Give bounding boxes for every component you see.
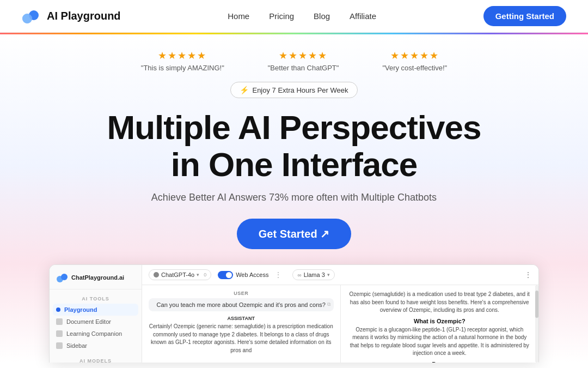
badge-lightning-icon: ⚡: [240, 86, 249, 94]
getting-started-button[interactable]: Getting Started: [483, 6, 566, 26]
chatgpt-model-label: ChatGPT-4o: [161, 272, 194, 278]
app-main: ChatGPT-4o ▾ 0 Web Access ⋮ ∞ Llama 3 ▾ …: [142, 265, 538, 363]
topbar-separator-dots: ⋮: [275, 271, 281, 279]
model-chip-chatgpt[interactable]: ChatGPT-4o ▾ 0: [149, 269, 211, 280]
sidebar-item-document-editor[interactable]: Document Editor: [50, 316, 142, 328]
chatgpt-dropdown-icon: ▾: [197, 272, 199, 277]
web-access-label: Web Access: [236, 272, 268, 278]
assistant-label: ASSISTANT: [149, 316, 334, 321]
user-label: USER: [149, 291, 334, 296]
document-editor-icon: [56, 318, 63, 325]
hero-headline-line2: in One Interface: [22, 146, 566, 183]
copy-icon[interactable]: ⧉: [327, 301, 330, 307]
toggle-switch[interactable]: [218, 271, 233, 279]
svg-point-4: [61, 274, 68, 280]
nav-links: Home Pricing Blog Affiliate: [228, 11, 376, 21]
llama-icon: ∞: [297, 272, 301, 278]
chat-left-panel: USER Can you teach me more about Ozempic…: [142, 285, 341, 363]
sidebar-item-playground-label: Playground: [64, 306, 97, 313]
assistant-message-text: Certainly! Ozempic (generic name: semagl…: [149, 323, 334, 354]
review-2-text: "Better than ChatGPT": [268, 64, 339, 72]
hero-subtext: Achieve Better AI Answers 73% more often…: [22, 192, 566, 203]
logo: AI Playground: [22, 7, 121, 26]
sidebar-logo: ChatPlayground.ai: [50, 272, 142, 289]
hero-headline: Multiple AI Perspectives in One Interfac…: [22, 109, 566, 183]
user-message-bubble: Can you teach me more about Ozempic and …: [149, 298, 334, 311]
review-2-stars: ★★★★★: [279, 50, 328, 62]
review-1: ★★★★★ "This is simply AMAZING!": [141, 50, 224, 72]
review-2: ★★★★★ "Better than ChatGPT": [268, 50, 339, 72]
llama-model-label: Llama 3: [304, 272, 325, 278]
sidebar-item-learning-companion[interactable]: Learning Companion: [50, 328, 142, 340]
sidebar-item-learning-companion-label: Learning Companion: [66, 330, 122, 337]
navbar: AI Playground Home Pricing Blog Affiliat…: [0, 0, 588, 33]
sidebar-models-label: AI MODELS: [50, 356, 142, 363]
scrollbar-track[interactable]: [535, 285, 538, 363]
extra-hours-badge[interactable]: ⚡ Enjoy 7 Extra Hours Per Week: [230, 82, 357, 98]
sidebar-tools-label: AI TOOLS: [50, 294, 142, 304]
nav-blog[interactable]: Blog: [314, 11, 330, 21]
sidebar-logo-text: ChatPlayground.ai: [71, 274, 124, 281]
chat-right-intro: Ozempic (semaglutide) is a medication us…: [347, 291, 532, 315]
nav-affiliate[interactable]: Affiliate: [350, 11, 376, 21]
sidebar-item-sidebar[interactable]: Sidebar: [50, 340, 142, 352]
logo-text: AI Playground: [47, 10, 121, 22]
hero-headline-line1: Multiple AI Perspectives: [22, 109, 566, 146]
chatgpt-model-icon: [154, 272, 159, 277]
user-message-text: Can you teach me more about Ozempic and …: [157, 301, 326, 308]
app-sidebar: ChatPlayground.ai AI TOOLS Playground Do…: [50, 265, 142, 363]
learning-companion-icon: [56, 330, 63, 337]
reviews-row: ★★★★★ "This is simply AMAZING!" ★★★★★ "B…: [22, 50, 566, 72]
chat-right-body1: Ozempic is a glucagon-like peptide-1 (GL…: [347, 326, 532, 358]
chatgpt-count: 0: [204, 272, 206, 277]
web-access-toggle[interactable]: Web Access: [218, 271, 268, 279]
app-chat: USER Can you teach me more about Ozempic…: [142, 285, 538, 363]
review-3: ★★★★★ "Very cost-effective!": [382, 50, 447, 72]
chat-right-panel: Ozempic (semaglutide) is a medication us…: [341, 285, 539, 363]
badge-text: Enjoy 7 Extra Hours Per Week: [252, 86, 348, 94]
app-preview: ChatPlayground.ai AI TOOLS Playground Do…: [49, 264, 539, 363]
review-3-text: "Very cost-effective!": [382, 64, 447, 72]
playground-active-dot: [56, 307, 60, 312]
nav-pricing[interactable]: Pricing: [269, 11, 294, 21]
model-chip-llama[interactable]: ∞ Llama 3 ▾: [292, 269, 334, 280]
nav-home[interactable]: Home: [228, 11, 249, 21]
app-topbar: ChatGPT-4o ▾ 0 Web Access ⋮ ∞ Llama 3 ▾ …: [142, 265, 538, 285]
chat-right-subhead2: Pros:: [347, 361, 532, 363]
sidebar-item-sidebar-label: Sidebar: [66, 342, 87, 349]
review-3-stars: ★★★★★: [390, 50, 439, 62]
review-1-stars: ★★★★★: [158, 50, 207, 62]
logo-icon: [22, 7, 41, 26]
get-started-button[interactable]: Get Started ↗: [237, 219, 351, 249]
review-1-text: "This is simply AMAZING!": [141, 64, 224, 72]
svg-point-2: [22, 14, 32, 23]
scrollbar-thumb[interactable]: [535, 291, 538, 318]
sidebar-logo-icon: [56, 272, 68, 283]
sidebar-item-playground[interactable]: Playground: [53, 304, 138, 316]
topbar-more-menu[interactable]: ⋮: [524, 270, 532, 279]
hero-section: ★★★★★ "This is simply AMAZING!" ★★★★★ "B…: [0, 34, 588, 363]
chat-right-subhead1: What is Ozempic?: [347, 318, 532, 324]
sidebar-icon: [56, 342, 63, 349]
sidebar-item-document-editor-label: Document Editor: [66, 318, 111, 325]
llama-dropdown-icon: ▾: [327, 272, 330, 277]
